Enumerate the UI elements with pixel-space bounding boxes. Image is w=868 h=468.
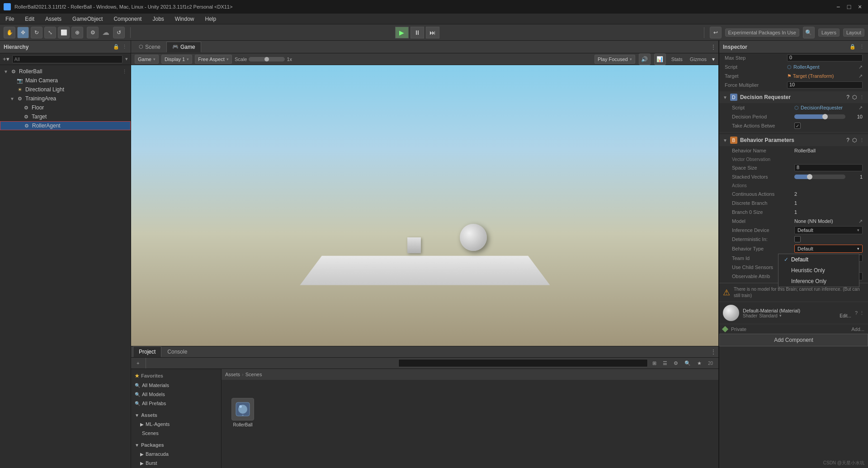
bt-option-default[interactable]: ✓ Default [778,254,859,265]
aspect-dropdown[interactable]: Free Aspect ▾ [195,55,232,64]
material-help-icon[interactable]: ? [855,310,858,316]
bp-gear-icon[interactable]: ⋮ [859,137,864,143]
bp-help-icon[interactable]: ? [846,137,849,143]
stats-label[interactable]: Stats [670,56,684,63]
project-grid-btn[interactable]: ⊞ [651,359,658,367]
project-list-btn[interactable]: ☰ [661,359,669,367]
packages-section-header[interactable]: ▼ Packages [131,440,221,449]
bp-model-link-icon[interactable]: ↗ [859,218,863,224]
bp-discbranch-value[interactable]: 1 [794,200,863,206]
project-star-btn[interactable]: ★ [695,359,703,367]
bp-stackedvec-thumb[interactable] [807,174,812,180]
hierarchy-item-directionallight[interactable]: ☀ Directional Light [0,85,131,94]
experimental-packages-label[interactable]: Experimental Packages In Use [725,28,799,37]
material-gear-icon[interactable]: ⋮ [859,310,864,316]
scene-tab[interactable]: ⬡ Scene [133,42,166,52]
settings-gear[interactable]: ⚙ [87,27,99,38]
minimize-button[interactable]: − [834,2,843,11]
bt-option-inference[interactable]: Inference Only [778,276,859,287]
hierarchy-filter-icon[interactable]: ▾ [125,56,128,62]
gizmos-label[interactable]: Gizmos [688,56,708,63]
menu-component[interactable]: Component [112,15,143,23]
prop-target-link-icon[interactable]: ↗ [859,73,863,79]
fav-all-prefabs[interactable]: 🔍 All Prefabs [131,399,221,408]
dr-expand-icon[interactable]: ⬡ [852,94,857,100]
bp-stackedvec-slider[interactable] [794,175,845,179]
play-focused-dropdown[interactable]: Play Focused ▾ [594,55,635,64]
rect-tool[interactable]: ⬜ [58,27,70,38]
bp-model-value[interactable]: None (NN Model) [794,218,855,224]
menu-gameobject[interactable]: GameObject [71,15,104,23]
stats-btn[interactable]: 📊 [654,53,666,65]
project-tab[interactable]: Project [133,346,161,357]
layers-dropdown[interactable]: Layers [818,28,840,37]
hierarchy-item-maincamera[interactable]: 📷 Main Camera [0,76,131,85]
hierarchy-item-rolleragent[interactable]: ⚙ RollerAgent [0,121,131,130]
dr-script-link-icon[interactable]: ↗ [859,105,863,111]
prop-target-value[interactable]: Target (Transform) [787,73,855,79]
dr-gear-icon[interactable]: ⋮ [859,95,864,100]
prop-script-value[interactable]: RollerAgent [787,64,855,70]
bp-expand-icon[interactable]: ⬡ [852,137,857,143]
console-tab[interactable]: Console [161,346,193,357]
add-component-button[interactable]: Add Component [719,334,868,346]
bp-name-value[interactable]: RollerBall [794,148,863,153]
menu-assets[interactable]: Assets [43,15,63,23]
hierarchy-menu-icon[interactable]: ⋮ [122,44,127,50]
dr-period-slider[interactable] [794,114,845,119]
scale-tool[interactable]: ⤡ [44,27,56,38]
decision-requester-header[interactable]: ▼ D Decision Requester ? ⬡ ⋮ [719,91,868,103]
menu-file[interactable]: File [4,15,16,23]
add-component-side-btn[interactable]: Add... [851,326,864,332]
assets-scenes[interactable]: Scenes [131,429,221,438]
hand-tool[interactable]: ✋ [4,27,15,38]
dr-takeactions-checkbox[interactable]: ✓ [794,123,801,129]
pkg-barracuda[interactable]: ▶ Barracuda [131,449,221,459]
scale-slider[interactable] [249,57,285,61]
bp-spacesize-value[interactable]: 8 [794,164,863,171]
hierarchy-search-input[interactable] [12,55,123,63]
hierarchy-item-rollerball[interactable]: ▼ ⚙ RollerBall ⋮ [0,67,131,76]
bp-deterministic-checkbox[interactable] [794,236,801,242]
fav-all-materials[interactable]: 🔍 All Materials [131,381,221,390]
bp-infdev-dropdown[interactable]: Default ▾ [794,226,863,234]
collab-button[interactable]: ↩ [710,27,722,38]
tabs-overflow-menu[interactable]: ⋮ [710,43,717,51]
bottom-overflow-menu[interactable]: ⋮ [710,348,717,355]
inspector-lock-icon[interactable]: 🔒 [849,44,856,50]
hierarchy-item-floor[interactable]: ⚙ Floor [0,103,131,112]
bt-option-heuristic[interactable]: Heuristic Only [778,265,859,276]
prop-dr-script-value[interactable]: DecisionRequester [794,105,855,111]
hierarchy-lock-icon[interactable]: 🔒 [113,44,119,50]
behavior-params-header[interactable]: ▼ B Behavior Parameters ? ⬡ ⋮ [719,134,868,146]
hierarchy-add-button[interactable]: +▾ [3,56,9,62]
pause-button[interactable]: ⏸ [410,27,424,38]
prop-script-link-icon[interactable]: ↗ [859,64,863,70]
transform-tool[interactable]: ⊕ [71,27,83,38]
rotate-tool[interactable]: ↻ [31,27,42,38]
menu-help[interactable]: Help [203,15,218,23]
pkg-burst[interactable]: ▶ Burst [131,459,221,468]
dr-period-thumb[interactable] [822,114,828,119]
display-dropdown[interactable]: Display 1 ▾ [161,55,192,64]
refresh-btn[interactable]: ↺ [113,27,125,38]
asset-rollerball[interactable]: + RollerBall [227,398,259,427]
close-button[interactable]: × [855,2,864,11]
material-edit-btn[interactable]: Edit... [840,313,851,318]
assets-mlagents[interactable]: ▶ ML-Agents [131,420,221,429]
maximize-button[interactable]: □ [844,2,854,11]
project-search-input[interactable] [398,359,648,367]
project-search-icon[interactable]: 🔍 [683,359,693,367]
hierarchy-item-target[interactable]: ⚙ Target [0,112,131,121]
menu-window[interactable]: Window [173,15,196,23]
mute-btn[interactable]: 🔊 [639,53,651,65]
move-tool[interactable]: ✥ [17,27,29,38]
inspector-menu-icon[interactable]: ⋮ [859,44,864,50]
bp-contactions-value[interactable]: 2 [794,191,863,197]
play-button[interactable]: ▶ [395,27,409,38]
step-button[interactable]: ⏭ [426,27,439,38]
hierarchy-item-trainingarea[interactable]: ▼ ⚙ TrainingArea [0,94,131,103]
bp-behavior-type-dropdown[interactable]: Default ▾ [794,245,863,253]
menu-jobs[interactable]: Jobs [151,15,165,23]
menu-edit[interactable]: Edit [23,15,36,23]
